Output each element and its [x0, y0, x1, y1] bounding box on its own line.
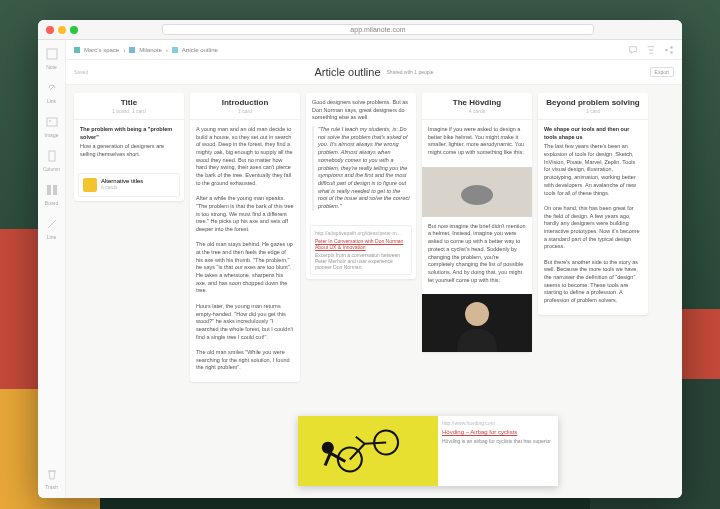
svg-point-2	[49, 120, 51, 122]
line-icon[interactable]	[46, 218, 58, 230]
column-hovding[interactable]: The Hövding4 cards Imagine if you were a…	[422, 93, 532, 352]
svg-point-8	[670, 51, 673, 54]
crumb-current[interactable]: Article outline	[182, 47, 218, 53]
filter-icon[interactable]	[646, 45, 656, 55]
board-header: Saved Article outline Shared with 1 peop…	[66, 60, 682, 85]
link-card[interactable]: http://adaptivepath.org/ideas/peter-m...…	[310, 225, 412, 275]
person-image[interactable]	[422, 294, 532, 352]
column-intro[interactable]: Introduction1 card A young man and an ol…	[190, 93, 300, 382]
tool-sidebar: Note Link Image Column Board Line Trash	[38, 40, 66, 498]
svg-point-7	[670, 46, 673, 49]
breadcrumb: Marc's space › Milanote › Article outlin…	[66, 40, 682, 60]
board-icon[interactable]	[46, 184, 58, 196]
min-dot[interactable]	[58, 26, 66, 34]
alt-title: Alternative titles	[101, 178, 143, 184]
svg-point-9	[461, 185, 493, 205]
note-label: Note	[46, 64, 57, 70]
space-icon	[74, 47, 80, 53]
svg-rect-3	[49, 151, 55, 161]
link-icon[interactable]	[46, 82, 58, 94]
svg-rect-0	[47, 49, 57, 59]
col-title[interactable]: Beyond problem solving	[544, 98, 642, 107]
card-body: The last few years there's been an explo…	[544, 143, 642, 304]
shared-info[interactable]: Shared with 1 people	[387, 69, 434, 75]
card[interactable]: Good designers solve problems. But as Do…	[306, 93, 416, 221]
card-body: How a generation of designers are sellin…	[80, 143, 178, 158]
card[interactable]: The problem with being a "problem solver…	[74, 120, 184, 169]
card[interactable]: We shape our tools and then our tools sh…	[538, 120, 648, 315]
url-bar[interactable]: app.milanote.com	[162, 24, 594, 35]
col-title[interactable]: Title	[80, 98, 178, 107]
alt-meta: 6 cards	[101, 184, 143, 190]
image-icon[interactable]	[46, 116, 58, 128]
card-body: But now imagine the brief didn't mention…	[428, 223, 526, 285]
board-sq-icon	[129, 47, 135, 53]
browser-chrome: app.milanote.com	[38, 20, 682, 40]
banner-desc: Hövding is an airbag for cyclists that h…	[442, 438, 554, 444]
board-label: Board	[45, 200, 58, 206]
card-body: Good designers solve problems. But as Do…	[312, 99, 410, 122]
card[interactable]: A young man and an old man decide to bui…	[190, 120, 300, 382]
svg-point-6	[665, 48, 668, 51]
crumb-space[interactable]: Marc's space	[84, 47, 119, 53]
svg-rect-11	[298, 416, 438, 486]
card-quote: "The rule I teach my students, is: Do no…	[312, 126, 410, 211]
note-icon[interactable]	[46, 48, 58, 60]
col-meta: 4 cards	[428, 108, 526, 114]
board-sq-icon	[172, 47, 178, 53]
export-button[interactable]: Export	[650, 67, 674, 77]
crumb-milanote[interactable]: Milanote	[139, 47, 162, 53]
link-title: Peter In Conversation with Don Norman Ab…	[315, 238, 407, 250]
card-body: Imagine if you were asked to design a be…	[428, 126, 526, 157]
col-meta: 1 card	[196, 108, 294, 114]
card-title: The problem with being a "problem solver…	[80, 126, 178, 141]
card[interactable]: Imagine if you were asked to design a be…	[422, 120, 532, 167]
share-icon[interactable]	[664, 45, 674, 55]
svg-rect-4	[47, 185, 51, 195]
link-desc: Excerpts from a conversation between Pet…	[315, 252, 407, 270]
banner-domain: http://www.hovding.com	[442, 420, 554, 426]
trash-icon[interactable]	[46, 468, 58, 480]
alt-titles-board[interactable]: Alternative titles 6 cards	[78, 173, 180, 197]
column-icon[interactable]	[46, 150, 58, 162]
banner-title: Hövding – Airbag for cyclists	[442, 429, 554, 435]
link-label: Link	[47, 98, 56, 104]
column-beyond[interactable]: Beyond problem solving1 card We shape ou…	[538, 93, 648, 315]
col-title[interactable]: The Hövding	[428, 98, 526, 107]
card-title: We shape our tools and then our tools sh…	[544, 126, 642, 141]
svg-rect-1	[47, 118, 57, 126]
board-title[interactable]: Article outline	[314, 66, 380, 78]
image-label: Image	[45, 132, 59, 138]
col-meta: 1 board, 1 card	[80, 108, 178, 114]
trash-label: Trash	[45, 484, 58, 490]
column-label: Column	[43, 166, 60, 172]
saved-status: Saved	[74, 69, 88, 75]
line-label: Line	[47, 234, 56, 240]
comment-icon[interactable]	[628, 45, 638, 55]
board-icon	[83, 178, 97, 192]
col-meta: 1 card	[544, 108, 642, 114]
link-domain: http://adaptivepath.org/ideas/peter-m...	[315, 230, 407, 236]
column-title[interactable]: Title1 board, 1 card The problem with be…	[74, 93, 184, 201]
max-dot[interactable]	[70, 26, 78, 34]
card[interactable]: But now imagine the brief didn't mention…	[422, 217, 532, 295]
svg-rect-5	[53, 185, 57, 195]
card-body: A young man and an old man decide to bui…	[196, 126, 294, 372]
svg-point-10	[465, 302, 489, 326]
helmet-image[interactable]	[422, 167, 532, 217]
app-window: app.milanote.com Note Link Image Column …	[38, 20, 682, 498]
col-title[interactable]: Introduction	[196, 98, 294, 107]
hovding-link-card[interactable]: http://www.hovding.com Hövding – Airbag …	[298, 416, 558, 486]
column-quote[interactable]: Good designers solve problems. But as Do…	[306, 93, 416, 279]
close-dot[interactable]	[46, 26, 54, 34]
banner-image	[298, 416, 438, 486]
